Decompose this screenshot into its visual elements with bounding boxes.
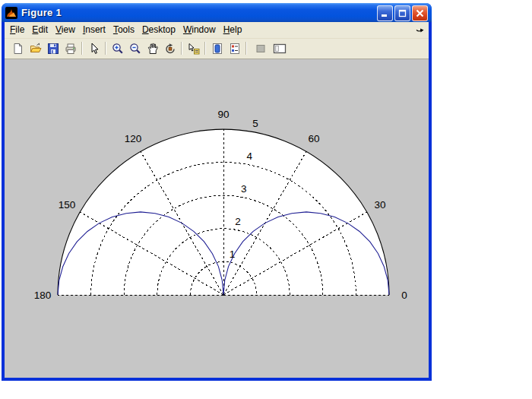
rotate-3d-button[interactable] <box>161 40 179 57</box>
menu-file[interactable]: File <box>6 22 28 38</box>
minimize-button[interactable] <box>377 5 393 21</box>
menu-insert[interactable]: Insert <box>79 22 109 38</box>
menu-help[interactable]: Help <box>220 22 246 38</box>
matlab-app-icon <box>5 7 17 19</box>
window-controls <box>377 5 428 21</box>
hide-plot-tools-button[interactable] <box>252 40 269 57</box>
zoom-out-button[interactable] <box>126 40 144 57</box>
svg-text:0: 0 <box>401 290 407 301</box>
data-cursor-button[interactable] <box>185 40 202 57</box>
svg-text:120: 120 <box>125 133 142 144</box>
client-area: File Edit View Insert Tools Desktop Wind… <box>5 22 429 378</box>
menu-tools[interactable]: Tools <box>109 22 138 38</box>
menu-bar: File Edit View Insert Tools Desktop Wind… <box>5 22 429 39</box>
save-figure-button[interactable] <box>44 40 62 57</box>
svg-text:90: 90 <box>217 109 229 120</box>
window-title: Figure 1 <box>21 7 62 18</box>
toolbar-separator <box>105 42 106 55</box>
svg-text:30: 30 <box>375 199 386 211</box>
pan-button[interactable] <box>144 40 161 57</box>
svg-text:150: 150 <box>59 199 76 211</box>
svg-text:180: 180 <box>34 290 52 301</box>
menu-overflow-arrow[interactable] <box>416 27 424 34</box>
insert-legend-button[interactable] <box>226 40 243 57</box>
svg-text:5: 5 <box>252 118 258 129</box>
svg-text:2: 2 <box>235 216 241 227</box>
menu-view[interactable]: View <box>52 22 79 38</box>
menu-desktop[interactable]: Desktop <box>138 22 179 38</box>
toolbar-separator <box>204 42 206 55</box>
maximize-button[interactable] <box>394 5 410 21</box>
edit-plot-button[interactable] <box>85 40 103 57</box>
svg-text:60: 60 <box>308 133 319 144</box>
new-figure-button[interactable] <box>9 40 27 57</box>
menu-edit[interactable]: Edit <box>28 22 52 38</box>
show-plot-tools-button[interactable] <box>271 40 288 57</box>
menu-window[interactable]: Window <box>179 22 220 38</box>
svg-text:1: 1 <box>230 249 236 260</box>
toolbar-separator <box>245 42 247 55</box>
close-button[interactable] <box>412 5 428 21</box>
title-bar[interactable]: Figure 1 <box>2 3 432 22</box>
toolbar-separator <box>81 42 83 55</box>
svg-text:3: 3 <box>241 183 247 195</box>
zoom-in-button[interactable] <box>109 40 126 57</box>
figure-canvas: 030609012015018012345 <box>5 59 429 378</box>
open-file-button[interactable] <box>27 40 44 57</box>
svg-text:4: 4 <box>247 150 253 162</box>
polar-plot: 030609012015018012345 <box>5 59 429 378</box>
toolbar <box>5 39 429 58</box>
toolbar-separator <box>181 42 182 55</box>
print-figure-button[interactable] <box>62 40 79 57</box>
figure-window: Figure 1 File Edit View Insert Tools Des… <box>2 3 432 381</box>
insert-colorbar-button[interactable] <box>208 40 226 57</box>
